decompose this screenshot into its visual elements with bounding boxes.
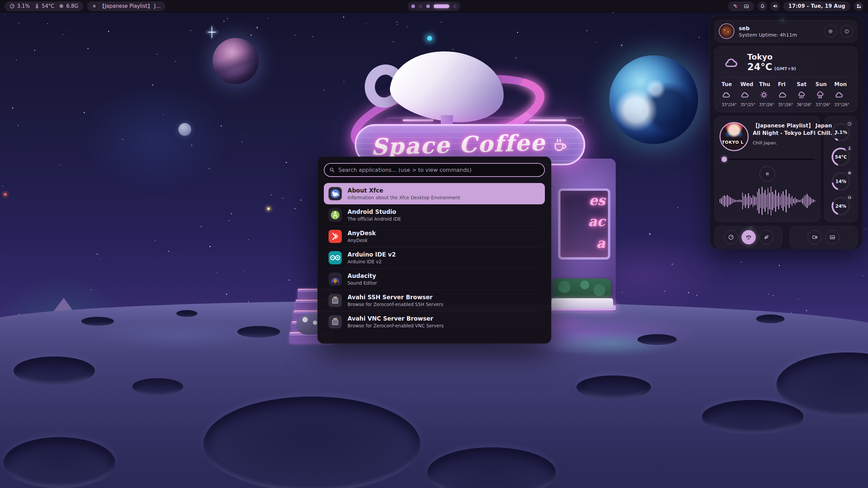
workspace-dot[interactable]: [434, 4, 449, 8]
tray-button-icon: [760, 3, 765, 9]
capture-icon: [829, 234, 835, 240]
app-icon: [328, 208, 342, 222]
top-bar: 3.1% 54°C 6.8G 【Japanese Playlist】 J...: [0, 0, 868, 12]
app-icon: [328, 293, 342, 308]
forecast-day-label: Tue: [722, 81, 732, 87]
app-description: Browse for Zeroconf-enabled SSH Servers: [348, 302, 443, 307]
power-mode-icon: [728, 234, 734, 240]
album-art-text: TOKYO L: [722, 140, 744, 145]
play-pause-button[interactable]: [760, 166, 775, 182]
gauge: 14%: [830, 171, 851, 192]
workspace-switcher: [408, 2, 460, 11]
seek-bar[interactable]: [719, 157, 815, 162]
stat-value: 3.1%: [17, 3, 30, 9]
pause-icon: [92, 4, 97, 8]
tray-button[interactable]: [770, 2, 780, 11]
stat-value: 6.8G: [66, 3, 78, 9]
app-list-item[interactable]: Avahi VNC Server Browser Browse for Zero…: [324, 311, 545, 332]
power-mode-button[interactable]: [742, 230, 756, 244]
workspace-dot[interactable]: [453, 4, 457, 8]
weather-card: Tokyo 24°C (GMT+9) Tue 33°/24°: [714, 46, 857, 112]
gauge-icon: [845, 194, 853, 202]
tray-icon[interactable]: [744, 3, 749, 9]
user-action-icon: [828, 28, 833, 34]
weather-timezone: (GMT+9): [774, 66, 796, 71]
power-mode-icon: [746, 234, 752, 240]
seek-knob[interactable]: [722, 157, 727, 162]
forecast-temps: 33°/26°: [759, 102, 774, 107]
forecast-day: Wed 35°/25°: [739, 81, 757, 107]
user-action-icon: [844, 28, 850, 34]
forecast-day: Sun 33°/26°: [814, 81, 833, 107]
app-list-item[interactable]: About Xfce Information about the Xfce De…: [324, 183, 545, 204]
forecast-day: Tue 33°/24°: [720, 81, 739, 107]
app-list-item[interactable]: Avahi SSH Server Browser Browse for Zero…: [324, 290, 545, 311]
app-list-item[interactable]: Arduino IDE v2 Arduino IDE v2: [324, 247, 545, 268]
forecast-temps: 33°/26°: [815, 102, 830, 107]
gauge-icon: [845, 169, 853, 177]
app-description: Arduino IDE v2: [348, 259, 396, 264]
user-action-button[interactable]: [824, 25, 837, 38]
system-stats-pill[interactable]: 3.1% 54°C 6.8G: [5, 2, 83, 11]
app-name: About Xfce: [348, 187, 460, 194]
shop-window: es ac a: [558, 188, 610, 260]
cloud-icon: [721, 55, 742, 70]
forecast-weather-icon: [797, 90, 806, 100]
album-art: TOKYO L: [719, 122, 749, 151]
overview-button[interactable]: [854, 2, 863, 11]
forecast-weather-icon: [778, 90, 787, 100]
window-neon-text: es: [589, 192, 605, 208]
workspace-dot[interactable]: [426, 4, 430, 8]
app-description: Sound Editor: [348, 280, 377, 286]
forecast-row: Tue 33°/24° Wed 35°/25° Thu 33°/26°: [720, 81, 852, 107]
grid-icon: [856, 3, 862, 9]
app-list-item[interactable]: Audacity Sound Editor: [324, 268, 545, 290]
forecast-weather-icon: [815, 90, 825, 100]
now-playing-label: 【Japanese Playlist】 J...: [100, 3, 161, 9]
app-list: About Xfce Information about the Xfce De…: [324, 183, 545, 337]
app-description: Browse for Zeroconf-enabled VNC Servers: [348, 323, 443, 328]
forecast-day: Fri 35°/26°: [776, 81, 795, 107]
search-input[interactable]: [338, 167, 539, 173]
system-tray[interactable]: [728, 2, 754, 11]
workspace-dot[interactable]: [411, 4, 415, 8]
app-list-item[interactable]: AnyDesk AnyDesk: [324, 226, 545, 247]
search-box[interactable]: [324, 163, 545, 177]
tray-icon[interactable]: [733, 3, 738, 9]
forecast-weather-icon: [740, 90, 750, 100]
pause-icon: [765, 171, 770, 177]
forecast-day-label: Thu: [759, 81, 770, 87]
window-neon-text: a: [596, 235, 605, 251]
capture-button[interactable]: [808, 230, 822, 244]
app-name: Android Studio: [348, 208, 401, 215]
forecast-day: Mon 33°/26°: [833, 81, 852, 107]
app-name: AnyDesk: [348, 230, 376, 237]
app-name: Avahi VNC Server Browser: [348, 315, 443, 322]
weather-temp: 24°C: [747, 61, 772, 73]
power-mode-button[interactable]: [759, 230, 773, 244]
forecast-temps: 35°/26°: [778, 102, 793, 107]
capture-button[interactable]: [825, 230, 840, 244]
forecast-day: Thu 33°/26°: [758, 81, 776, 107]
power-mode-switcher: [714, 226, 783, 248]
track-title: 【Japanese Playlist】 Japan All Night - To…: [753, 122, 815, 137]
app-list-item[interactable]: Android Studio The official Android IDE: [324, 204, 545, 226]
app-description: AnyDesk: [348, 238, 376, 243]
app-description: The official Android IDE: [348, 216, 401, 222]
media-player-card: TOKYO L 【Japanese Playlist】 Japan All Ni…: [714, 116, 820, 222]
forecast-temps: 35°/25°: [740, 102, 755, 107]
forecast-weather-icon: [722, 90, 731, 100]
power-mode-button[interactable]: [724, 230, 738, 244]
hedge: [553, 279, 611, 300]
clock[interactable]: 17:09 - Tue, 19 Aug: [784, 2, 850, 11]
window-neon-text: ac: [588, 213, 605, 229]
now-playing-pill[interactable]: 【Japanese Playlist】 J...: [87, 2, 165, 11]
forecast-temps: 33°/26°: [834, 102, 849, 107]
user-action-button[interactable]: [840, 25, 853, 38]
app-launcher: About Xfce Information about the Xfce De…: [317, 157, 551, 344]
tray-button[interactable]: [758, 2, 767, 11]
tray-button-icon: [772, 3, 778, 9]
workspace-dot[interactable]: [419, 4, 422, 8]
capture-tools: [789, 226, 857, 248]
app-icon: [328, 250, 342, 265]
